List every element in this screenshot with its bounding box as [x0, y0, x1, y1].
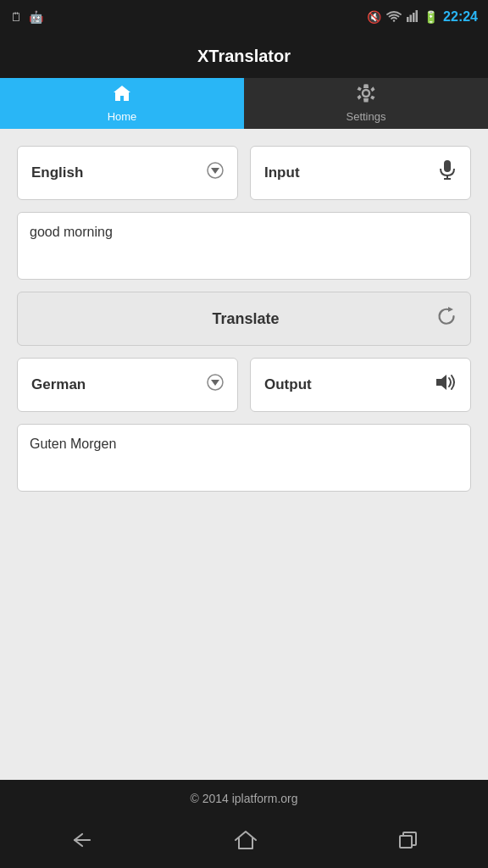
app-title: XTranslator: [197, 47, 291, 66]
tab-bar: Home Settings: [0, 78, 488, 129]
status-time: 22:24: [443, 9, 478, 25]
mute-icon: 🔇: [367, 10, 381, 24]
source-language-button[interactable]: English: [17, 146, 238, 200]
notification-icon: 🗒: [10, 10, 22, 24]
source-language-dropdown-icon: [207, 162, 224, 184]
nav-bar: [0, 817, 488, 868]
input-text-value: good morning: [30, 225, 113, 239]
android-icon: 🤖: [29, 10, 43, 24]
tab-home-label: Home: [108, 110, 137, 123]
main-content: English Input good morning: [0, 129, 488, 780]
recent-apps-nav-icon[interactable]: [397, 830, 418, 855]
speaker-icon: [435, 373, 457, 397]
footer: © 2014 iplatform.org: [0, 780, 488, 817]
svg-marker-16: [436, 375, 446, 390]
target-language-dropdown-icon: [207, 374, 224, 396]
svg-rect-10: [444, 160, 451, 172]
output-label: Output: [264, 376, 312, 393]
output-button[interactable]: Output: [250, 358, 471, 412]
svg-rect-3: [416, 10, 419, 22]
input-text-box[interactable]: good morning: [17, 212, 471, 280]
target-language-button[interactable]: German: [17, 358, 238, 412]
svg-marker-9: [211, 168, 219, 174]
input-label: Input: [264, 164, 300, 181]
translate-label: Translate: [55, 310, 436, 328]
tab-settings[interactable]: Settings: [244, 78, 488, 129]
home-icon: [112, 84, 132, 107]
footer-text: © 2014 iplatform.org: [190, 792, 297, 805]
settings-icon: [357, 84, 375, 107]
svg-marker-15: [211, 380, 219, 386]
home-nav-icon[interactable]: [235, 830, 257, 855]
source-language-label: English: [31, 164, 83, 181]
status-bar-right: 🔇 🔋 22:24: [367, 9, 478, 25]
svg-rect-0: [407, 17, 409, 22]
refresh-icon: [436, 306, 457, 331]
tab-home[interactable]: Home: [0, 78, 244, 129]
status-bar-left: 🗒 🤖: [10, 10, 43, 24]
translate-button[interactable]: Translate: [17, 292, 471, 346]
svg-rect-18: [400, 836, 412, 848]
svg-marker-13: [448, 307, 453, 312]
input-button[interactable]: Input: [250, 146, 471, 200]
svg-marker-4: [114, 86, 130, 101]
target-row: German Output: [17, 358, 471, 412]
microphone-icon: [438, 160, 457, 186]
wifi-icon: [386, 10, 402, 25]
status-bar: 🗒 🤖 🔇 🔋 22:24: [0, 0, 488, 34]
output-text-value: Guten Morgen: [30, 437, 116, 451]
svg-rect-2: [413, 13, 415, 22]
back-nav-icon[interactable]: [70, 831, 94, 854]
target-language-label: German: [31, 376, 86, 393]
svg-rect-1: [410, 14, 413, 22]
svg-point-7: [363, 91, 369, 96]
title-bar: XTranslator: [0, 34, 488, 78]
output-text-box: Guten Morgen: [17, 424, 471, 492]
signal-icon: [407, 10, 419, 25]
source-row: English Input: [17, 146, 471, 200]
tab-settings-label: Settings: [347, 110, 386, 123]
battery-icon: 🔋: [424, 10, 438, 24]
